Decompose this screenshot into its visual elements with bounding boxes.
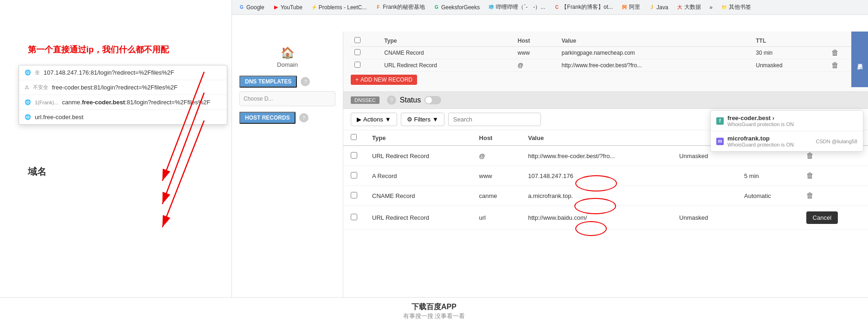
domain-label: 域名 [28, 166, 46, 178]
dns-records-main: Type Host Value TTL CNAME Record www p [343, 32, 868, 297]
record-host: url [472, 206, 521, 230]
dns-status-bar: DNSSEC ? Status [343, 92, 868, 109]
host-records-section: HOST RECORDS ? [239, 112, 335, 124]
annotation-main-text: 第一个直接通过ip，我们什么都不用配 [28, 44, 169, 55]
bookmark-bilibili[interactable]: 哔 哔哩哔哩（`-ゝ-）... [485, 2, 548, 12]
delete-record-btn[interactable]: 🗑 [831, 49, 839, 57]
col-value-header: Value [521, 130, 672, 146]
col-host-header: Host [472, 130, 521, 146]
search-input[interactable] [448, 113, 541, 126]
row-checkbox[interactable] [354, 49, 360, 55]
record-host: www [514, 47, 558, 59]
bookmark-frank-secret[interactable]: F Frank的秘密基地 [372, 2, 428, 12]
domain-sub: WhoisGuard protection is ON [727, 142, 794, 147]
mini-dns-table: Type Host Value TTL CNAME Record www p [351, 35, 861, 72]
record-type: CNAME Record [365, 186, 472, 206]
address-bar-item[interactable]: 🌐 1(Frank)... canme.free-coder.best:81/l… [19, 95, 227, 110]
bookmark-label: GeeksforGeeks [441, 4, 480, 11]
table-row: URL Redirect Record url http://www.baidu… [343, 206, 868, 230]
address-bar-item[interactable]: ⚠ 不安全 free-coder.best:81/login?redirect=… [19, 80, 227, 95]
status-toggle[interactable] [424, 96, 441, 104]
bookmark-more[interactable]: » [707, 3, 715, 12]
status-help-icon[interactable]: ? [387, 96, 396, 105]
csdn-label: CSDN @liulang58 [816, 139, 857, 144]
delete-record-btn[interactable]: 🗑 [806, 172, 814, 180]
record-type: CNAME Record [380, 47, 514, 59]
col-host: Host [514, 35, 558, 47]
main-content-area: 🏠 Domain DNS TEMPLATES ? Choose D... HOS… [232, 32, 868, 297]
dns-templates-section: DNS TEMPLATES ? Choose D... [239, 76, 335, 106]
red-arrows-overlay [0, 0, 232, 260]
java-icon: J [649, 4, 655, 11]
bookmark-java[interactable]: J Java [646, 3, 671, 12]
domain-name: microfrank.top [727, 135, 794, 142]
warning-icon: ⚠ [25, 84, 29, 90]
record-status [672, 186, 737, 206]
popup-domain-item[interactable]: f free-coder.best › WhoisGuard protectio… [711, 111, 863, 131]
row-checkbox[interactable] [351, 214, 357, 220]
google-icon: G [238, 4, 245, 11]
youtube-icon: ▶ [273, 4, 279, 11]
row-checkbox[interactable] [351, 152, 357, 159]
delete-record-btn[interactable]: 🗑 [806, 191, 814, 200]
cancel-record-btn[interactable]: Cancel [806, 211, 838, 224]
ali-icon: 阿 [621, 4, 628, 11]
more-products-btn[interactable]: 更多产品 [851, 32, 868, 87]
delete-record-btn[interactable]: 🗑 [831, 61, 839, 70]
baidu-download-bar: 下载百度APP 有事搜一搜 没事看一看 [0, 297, 868, 325]
mini-records-section: Type Host Value TTL CNAME Record www p [343, 32, 868, 92]
geeks-icon: G [433, 4, 440, 11]
filters-button[interactable]: ⚙ Filters ▼ [401, 113, 444, 126]
select-all-checkbox[interactable] [351, 134, 357, 140]
host-records-help[interactable]: ? [299, 113, 309, 122]
bookmark-leetcode[interactable]: ⚡ Problems - LeetC... [308, 3, 369, 12]
bookmark-others[interactable]: 📁 其他书签 [718, 2, 754, 12]
actions-button[interactable]: ▶ Actions ▼ [351, 113, 397, 126]
dns-templates-btn[interactable]: DNS TEMPLATES [239, 76, 297, 88]
bookmark-label: 【Frank的博客】ot... [561, 3, 613, 11]
address-url: free-coder.best:81/login?redirect=%2Ffil… [52, 84, 178, 91]
domain-icon: m [716, 138, 724, 145]
select-all-mini[interactable] [354, 37, 360, 43]
address-bar-list: 🌐 全 107.148.247.176:81/login?redirect=%2… [19, 65, 227, 125]
dns-templates-help[interactable]: ? [301, 77, 310, 86]
record-value: parkingpage.namecheap.com [558, 47, 752, 59]
bookmark-ali[interactable]: 阿 阿里 [618, 2, 643, 12]
record-host: www [472, 166, 521, 186]
col-type-header: Type [365, 130, 472, 146]
bookmark-label: 其他书签 [729, 3, 751, 11]
record-status: Unmasked [672, 206, 737, 230]
row-checkbox[interactable] [354, 62, 360, 68]
row-checkbox[interactable] [351, 192, 357, 198]
bookmark-youtube[interactable]: ▶ YouTube [270, 3, 305, 12]
add-new-record-btn[interactable]: + ADD NEW RECORD [351, 75, 417, 85]
bookmark-frank-blog[interactable]: C 【Frank的博客】ot... [551, 2, 616, 12]
domain-sub: WhoisGuard protection is ON [727, 121, 794, 127]
delete-record-btn[interactable]: 🗑 [806, 152, 814, 160]
filter-icon: ⚙ [407, 116, 412, 123]
address-bar-item[interactable]: 🌐 全 107.148.247.176:81/login?redirect=%2… [19, 65, 227, 80]
bookmark-label: YouTube [281, 4, 302, 11]
globe-icon: 🌐 [25, 114, 31, 120]
row-checkbox[interactable] [351, 172, 357, 178]
address-url: url.free-coder.best [35, 114, 84, 121]
host-records-btn[interactable]: HOST RECORDS [239, 112, 296, 124]
address-url: canme.free-coder.best:81/login?redirect=… [62, 99, 211, 106]
plus-icon: + [355, 76, 359, 83]
record-type: A Record [365, 166, 472, 186]
folder-icon: 📁 [721, 4, 727, 11]
bookmark-google[interactable]: G Google [236, 3, 267, 12]
choose-domain-text: Choose D... [239, 91, 335, 106]
domain-home-icon[interactable]: 🏠 Domain [239, 39, 335, 76]
leetcode-icon: ⚡ [311, 4, 317, 11]
record-host: canme [472, 186, 521, 206]
bookmark-geeks[interactable]: G GeeksforGeeks [431, 3, 482, 12]
dnssec-label: DNSSEC [351, 96, 379, 104]
address-bar-item[interactable]: 🌐 url.free-coder.best [19, 110, 227, 124]
frank-blog-icon: C [553, 4, 560, 11]
col-checkbox [351, 35, 380, 47]
bookmark-bigdata[interactable]: 大 大数据 [674, 2, 704, 12]
col-value: Value [558, 35, 752, 47]
popup-domain-item[interactable]: m microfrank.top WhoisGuard protection i… [711, 131, 863, 151]
add-record-area: + ADD NEW RECORD [351, 72, 861, 88]
